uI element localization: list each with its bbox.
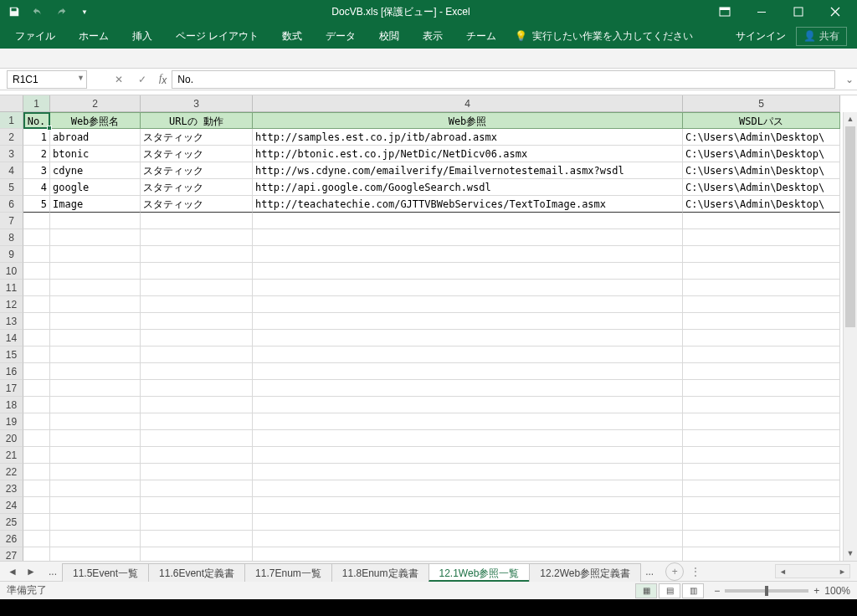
tab-page-layout[interactable]: ページ レイアウト (164, 23, 270, 49)
ribbon-display-icon[interactable] (706, 0, 743, 23)
cell[interactable] (141, 531, 253, 547)
cell[interactable]: C:\Users\Admin\Desktop\ (683, 146, 840, 162)
row-header[interactable]: 9 (0, 246, 23, 263)
cell[interactable]: WSDLパス (683, 112, 840, 129)
scroll-up-icon[interactable]: ▲ (844, 112, 857, 126)
cell[interactable] (253, 430, 683, 447)
cell[interactable] (253, 296, 683, 313)
cell[interactable] (141, 280, 253, 296)
row-header[interactable]: 13 (0, 313, 23, 330)
row-header[interactable]: 7 (0, 213, 23, 229)
row-header[interactable]: 22 (0, 464, 23, 480)
cell[interactable]: 1 (23, 129, 50, 146)
cell[interactable] (23, 246, 50, 263)
redo-icon[interactable] (50, 3, 72, 21)
column-header[interactable]: 3 (141, 95, 253, 112)
cell[interactable] (683, 246, 840, 263)
cell[interactable] (23, 397, 50, 413)
zoom-value[interactable]: 100% (824, 585, 850, 597)
cell[interactable] (141, 313, 253, 330)
sheet-tab[interactable]: 11.7Enum一覧 (244, 563, 332, 582)
cell[interactable] (50, 447, 141, 464)
cell[interactable] (50, 497, 141, 514)
scroll-right-icon[interactable]: ► (835, 567, 849, 576)
cell[interactable] (23, 514, 50, 531)
cell[interactable] (23, 280, 50, 296)
cell[interactable] (23, 213, 50, 229)
cell[interactable] (683, 313, 840, 330)
cell[interactable] (141, 246, 253, 263)
cell[interactable] (50, 430, 141, 447)
expand-formula-icon[interactable]: ⌄ (842, 74, 857, 85)
chevron-down-icon[interactable]: ▼ (77, 74, 85, 82)
spreadsheet-grid[interactable]: 12345 1234567891011121314151617181920212… (0, 95, 857, 561)
undo-icon[interactable] (27, 3, 49, 21)
cell[interactable] (253, 547, 683, 561)
save-icon[interactable] (3, 3, 25, 21)
row-header[interactable]: 6 (0, 196, 23, 213)
cell[interactable] (23, 497, 50, 514)
row-header[interactable]: 21 (0, 447, 23, 464)
cell[interactable] (23, 413, 50, 430)
close-icon[interactable] (817, 0, 854, 23)
row-header[interactable]: 3 (0, 146, 23, 162)
cell[interactable] (683, 263, 840, 280)
cell[interactable]: C:\Users\Admin\Desktop\ (683, 179, 840, 196)
cell[interactable] (50, 464, 141, 480)
cell[interactable] (253, 346, 683, 363)
sheet-tab[interactable]: 11.5Event一覧 (62, 563, 149, 582)
share-button[interactable]: 👤 共有 (796, 27, 847, 46)
cell[interactable] (141, 229, 253, 246)
divider[interactable]: ⋮ (690, 566, 695, 578)
cell[interactable] (683, 346, 840, 363)
cell[interactable] (141, 346, 253, 363)
row-header[interactable]: 18 (0, 397, 23, 413)
cell[interactable]: C:\Users\Admin\Desktop\ (683, 162, 840, 179)
cell[interactable]: http://samples.est.co.jp/itb/abroad.asmx (253, 129, 683, 146)
cell[interactable] (50, 229, 141, 246)
cell[interactable] (50, 363, 141, 380)
row-header[interactable]: 16 (0, 363, 23, 380)
cell[interactable]: http://api.google.com/GoogleSearch.wsdl (253, 179, 683, 196)
cell[interactable] (50, 296, 141, 313)
cell[interactable] (50, 213, 141, 229)
cell[interactable] (141, 213, 253, 229)
cell[interactable] (23, 380, 50, 397)
row-header[interactable]: 24 (0, 497, 23, 514)
cell[interactable] (23, 480, 50, 497)
tell-me[interactable]: 💡 実行したい作業を入力してください (515, 29, 693, 44)
cell[interactable] (141, 263, 253, 280)
column-header[interactable]: 1 (23, 95, 50, 112)
sheet-tab[interactable]: 11.6Event定義書 (148, 563, 245, 582)
cell[interactable] (253, 514, 683, 531)
cell[interactable] (253, 213, 683, 229)
cell[interactable]: スタティック (141, 162, 253, 179)
row-header[interactable]: 11 (0, 280, 23, 296)
cell[interactable]: スタティック (141, 179, 253, 196)
cell[interactable]: cdyne (50, 162, 141, 179)
view-normal-icon[interactable]: ▦ (635, 583, 657, 598)
cell[interactable] (50, 263, 141, 280)
sheet-prev-icon[interactable]: ◄ (5, 566, 20, 578)
cell[interactable]: 4 (23, 179, 50, 196)
row-header[interactable]: 5 (0, 179, 23, 196)
cell[interactable] (141, 497, 253, 514)
cell[interactable]: URLの 動作 (141, 112, 253, 129)
name-box[interactable]: R1C1 ▼ (7, 70, 87, 89)
cell[interactable] (683, 447, 840, 464)
cell[interactable]: スタティック (141, 146, 253, 162)
cell[interactable]: 3 (23, 162, 50, 179)
tab-view[interactable]: 表示 (411, 23, 454, 49)
cell[interactable]: http://ws.cdyne.com/emailverify/Emailver… (253, 162, 683, 179)
scroll-left-icon[interactable]: ◄ (776, 567, 790, 576)
cell[interactable] (683, 330, 840, 346)
cell[interactable] (253, 280, 683, 296)
row-header[interactable]: 26 (0, 531, 23, 547)
row-header[interactable]: 15 (0, 346, 23, 363)
cell[interactable] (683, 430, 840, 447)
cell[interactable] (683, 480, 840, 497)
cell[interactable] (683, 547, 840, 561)
formula-input[interactable]: No. (172, 70, 835, 89)
cell[interactable] (253, 413, 683, 430)
tab-data[interactable]: データ (314, 23, 367, 49)
